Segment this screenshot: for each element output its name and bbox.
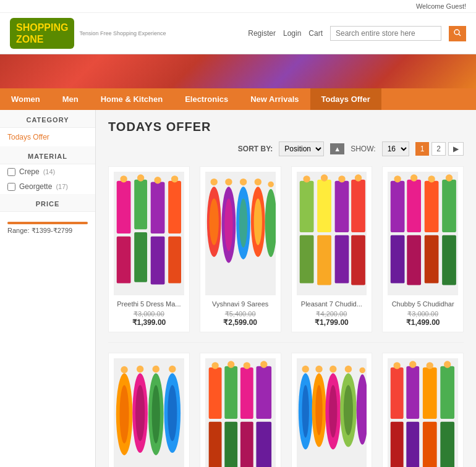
register-link[interactable]: Register: [248, 29, 276, 38]
svg-rect-49: [442, 180, 456, 232]
product-price-old-1: ₹3,000.00: [114, 310, 184, 318]
svg-point-15: [209, 199, 218, 246]
svg-point-98: [427, 363, 433, 369]
product-image-4: [388, 172, 458, 295]
page-btn-2[interactable]: 2: [431, 142, 446, 156]
svg-point-53: [119, 385, 129, 444]
page-next-button[interactable]: ▶: [448, 142, 464, 156]
header: SHOPPING ZONE Tension Free Shopping Expe…: [0, 13, 476, 54]
svg-point-69: [227, 361, 234, 368]
search-button[interactable]: [449, 26, 466, 41]
product-card-5[interactable]: Vishnu 7 Sarees Co... ₹4,200.00 ₹1,999.0…: [108, 353, 190, 467]
cart-link[interactable]: Cart: [308, 29, 323, 38]
svg-rect-73: [256, 366, 271, 419]
sort-by-label: SORT BY:: [238, 145, 273, 153]
filter-crepe: Crepe (14): [0, 164, 95, 179]
page-btn-1[interactable]: 1: [415, 142, 430, 156]
main-nav: Women Men Home & Kitchen Electronics New…: [0, 88, 476, 110]
material-section-title: MATERIAL: [0, 146, 95, 164]
svg-rect-8: [151, 182, 165, 233]
svg-point-81: [315, 366, 322, 372]
sidebar: CATEGORY Todays Offer MATERIAL Crepe (14…: [0, 110, 96, 467]
product-card-8[interactable]: Combo 2004 Dress... ₹3,000.00 ₹1,399.00: [382, 353, 464, 467]
nav-item-todays-offer[interactable]: Todays Offer: [310, 88, 381, 110]
svg-rect-47: [425, 235, 439, 284]
nav-item-electronics[interactable]: Electronics: [174, 88, 239, 110]
logo[interactable]: SHOPPING ZONE: [10, 18, 74, 49]
svg-rect-12: [168, 237, 181, 284]
filter-crepe-count: (14): [43, 168, 56, 175]
product-card-3[interactable]: Pleasant 7 Chudid... ₹4,200.00 ₹1,799.00: [291, 166, 373, 332]
filter-crepe-checkbox[interactable]: [7, 168, 15, 176]
svg-point-86: [343, 385, 352, 436]
product-card-1[interactable]: Preethi 5 Dress Ma... ₹3,000.00 ₹1,399.0…: [108, 166, 190, 332]
svg-rect-34: [334, 181, 349, 232]
price-section-title: PRICE: [0, 194, 95, 212]
header-actions: Register Login Cart: [248, 26, 466, 41]
product-card-2[interactable]: Vyshnavi 9 Sarees ₹5,400.00 ₹2,599.00: [200, 166, 281, 332]
svg-point-84: [329, 366, 336, 372]
svg-rect-65: [208, 422, 221, 467]
svg-rect-29: [299, 235, 313, 284]
svg-point-26: [265, 189, 275, 257]
nav-item-women[interactable]: Women: [0, 88, 51, 110]
product-name-1: Preethi 5 Dress Ma...: [114, 300, 184, 308]
svg-point-48: [428, 176, 435, 183]
sort-direction-button[interactable]: ▲: [330, 143, 344, 154]
svg-point-51: [446, 175, 453, 182]
logo-line1: SHOPPING: [16, 22, 68, 33]
logo-tagline: Tension Free Shopping Experience: [79, 30, 166, 36]
svg-point-77: [302, 385, 308, 438]
svg-point-25: [254, 179, 261, 185]
svg-rect-50: [442, 235, 456, 285]
svg-point-59: [152, 385, 160, 444]
svg-rect-41: [391, 235, 405, 284]
top-bar: Welcome Guest!: [0, 0, 476, 13]
svg-rect-94: [407, 422, 420, 467]
svg-rect-38: [351, 235, 365, 285]
filter-georgette: Georgette (17): [0, 179, 95, 194]
show-select[interactable]: 16 24 32: [382, 141, 409, 156]
product-price-old-3: ₹4,200.00: [297, 310, 367, 318]
svg-rect-91: [391, 422, 404, 467]
filter-georgette-count: (17): [56, 183, 68, 190]
svg-point-4: [120, 176, 127, 183]
svg-rect-90: [391, 368, 404, 419]
svg-rect-74: [256, 422, 271, 467]
main-content: TODAYS OFFER SORT BY: Position Name Pric…: [96, 110, 476, 467]
svg-point-56: [135, 385, 145, 442]
svg-point-63: [169, 366, 176, 372]
nav-item-new-arrivals[interactable]: New Arrivals: [239, 88, 310, 110]
svg-rect-2: [117, 181, 131, 233]
svg-rect-97: [423, 422, 437, 467]
product-card-4[interactable]: Chubby 5 Chudidhar ₹3,000.00 ₹1,499.00: [382, 166, 464, 332]
nav-item-home-kitchen[interactable]: Home & Kitchen: [90, 88, 174, 110]
product-price-new-4: ₹1,499.00: [388, 318, 458, 327]
page-title: TODAYS OFFER: [108, 120, 464, 134]
svg-rect-44: [407, 235, 422, 285]
svg-rect-93: [407, 366, 420, 419]
product-card-6[interactable]: Princess 6 Set Chu... ₹3,600.00 ₹1,599.0…: [200, 353, 281, 467]
svg-point-10: [154, 177, 161, 183]
product-price-old-2: ₹5,400.00: [205, 310, 276, 318]
svg-rect-37: [351, 180, 365, 232]
filter-georgette-label: Georgette: [19, 182, 52, 191]
sort-select[interactable]: Position Name Price: [279, 141, 324, 156]
product-card-7[interactable]: Combo 59 Georget... ₹4,200.00 ₹1,999.00: [291, 353, 373, 467]
svg-rect-100: [441, 422, 455, 467]
product-grid: Preethi 5 Dress Ma... ₹3,000.00 ₹1,399.0…: [108, 166, 464, 332]
svg-point-19: [225, 179, 232, 185]
price-slider-fill: [7, 222, 88, 224]
price-slider-container: Range: ₹1399-₹2799: [0, 212, 95, 241]
search-input[interactable]: [330, 26, 441, 41]
svg-rect-31: [317, 180, 331, 232]
price-slider-track[interactable]: [7, 222, 88, 224]
sidebar-category-todays-offer[interactable]: Todays Offer: [0, 128, 95, 146]
login-link[interactable]: Login: [283, 29, 301, 38]
product-price-new-1: ₹1,399.00: [114, 318, 184, 327]
price-range-text: Range: ₹1399-₹2799: [7, 227, 88, 235]
svg-point-88: [356, 374, 367, 445]
svg-line-1: [459, 34, 461, 36]
nav-item-men[interactable]: Men: [51, 88, 90, 110]
filter-georgette-checkbox[interactable]: [7, 183, 15, 191]
